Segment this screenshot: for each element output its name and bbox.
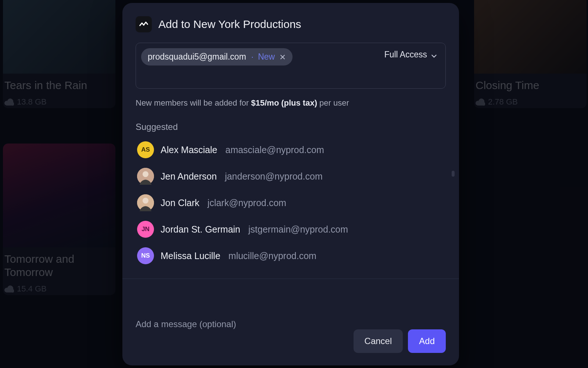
modal-header: Add to New York Productions — [122, 3, 459, 43]
suggested-email: jclark@nyprod.com — [208, 198, 286, 208]
add-members-modal: Add to New York Productions prodsquadui5… — [122, 3, 459, 365]
avatar: JN — [137, 221, 154, 238]
suggested-email: amasciale@nyprod.com — [225, 145, 324, 155]
chip-separator: · — [251, 52, 254, 62]
divider — [122, 279, 459, 279]
message-input[interactable] — [136, 319, 446, 329]
svg-point-1 — [143, 171, 148, 177]
avatar — [137, 194, 154, 211]
pricing-note: New members will be added for $15/mo (pl… — [136, 98, 446, 108]
suggested-item[interactable]: NSMelissa Lucillemlucille@nyprod.com — [136, 243, 446, 269]
message-area — [122, 309, 459, 329]
suggested-name: Alex Masciale — [161, 145, 217, 155]
suggested-item[interactable]: Jen Andersonjanderson@nyprod.com — [136, 163, 446, 190]
access-level-dropdown[interactable]: Full Access — [384, 50, 437, 60]
suggested-email: jstgermain@nyprod.com — [248, 224, 348, 235]
suggested-list: ASAlex Mascialeamasciale@nyprod.comJen A… — [136, 137, 446, 269]
modal-title: Add to New York Productions — [158, 18, 301, 31]
suggested-name: Jordan St. Germain — [161, 224, 240, 235]
scrollbar-thumb[interactable] — [452, 171, 455, 177]
avatar: AS — [137, 141, 154, 158]
suggested-item[interactable]: Jon Clarkjclark@nyprod.com — [136, 190, 446, 216]
chip-email: prodsquadui5@gmail.com — [148, 52, 246, 62]
suggested-name: Melissa Lucille — [161, 251, 220, 261]
app-icon — [136, 16, 152, 32]
modal-footer: Cancel Add — [122, 329, 459, 365]
chip-remove-icon[interactable] — [279, 53, 287, 61]
invite-field[interactable]: prodsquadui5@gmail.com · New Full Access — [136, 43, 446, 89]
suggested-name: Jen Anderson — [161, 171, 217, 182]
svg-point-3 — [143, 198, 148, 204]
suggested-email: mlucille@nyprod.com — [229, 251, 316, 261]
suggested-name: Jon Clark — [161, 198, 200, 208]
avatar — [137, 168, 154, 185]
suggested-item[interactable]: ASAlex Mascialeamasciale@nyprod.com — [136, 137, 446, 163]
suggested-label: Suggested — [136, 122, 446, 132]
chevron-down-icon — [431, 52, 437, 58]
email-chip[interactable]: prodsquadui5@gmail.com · New — [141, 48, 293, 66]
cancel-button[interactable]: Cancel — [354, 329, 403, 353]
chip-new-tag: New — [258, 52, 275, 62]
access-level-label: Full Access — [384, 50, 427, 60]
suggested-item[interactable]: JNJordan St. Germainjstgermain@nyprod.co… — [136, 216, 446, 243]
add-button[interactable]: Add — [408, 329, 446, 353]
avatar: NS — [137, 247, 154, 264]
suggested-email: janderson@nyprod.com — [225, 171, 323, 182]
